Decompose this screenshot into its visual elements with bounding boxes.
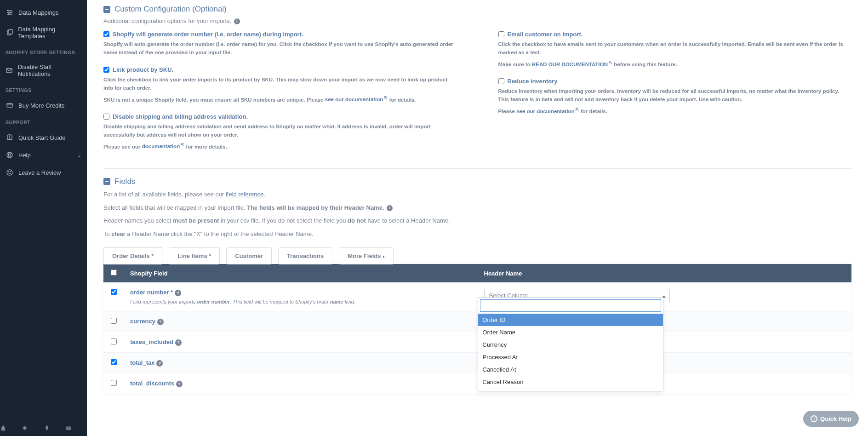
opt-title-text: Reduce inventory	[508, 78, 558, 85]
help-icon[interactable]: ?	[157, 319, 164, 325]
main-content: − Custom Configuration (Optional) Additi…	[87, 0, 868, 436]
section-divider	[103, 168, 851, 169]
sidebar-heading-settings: SETTINGS	[0, 82, 87, 97]
help-icon[interactable]: ?	[175, 290, 181, 296]
opt-desc-text: Please see our documentation⇱ for detail…	[498, 106, 852, 115]
field-row-checkbox[interactable]	[111, 289, 117, 295]
life-ring-icon	[6, 151, 14, 159]
custom-config-title-text: Custom Configuration (Optional)	[114, 5, 227, 14]
dropdown-item[interactable]: Currency	[478, 338, 663, 351]
see-documentation-link[interactable]: see our documentation⇱	[516, 109, 579, 114]
svg-point-5	[9, 14, 10, 15]
sidebar-heading-support: SUPPORT	[0, 114, 87, 129]
tab-customer[interactable]: Customer	[226, 247, 272, 264]
opt-desc-text: Click the checkbox to link your order im…	[103, 75, 457, 92]
sidebar-item-label: Data Mapping Templates	[18, 26, 81, 40]
opt-title-text: Email customer on import.	[508, 31, 583, 38]
col-shopify-field: Shopify Field	[124, 264, 478, 282]
help-icon[interactable]: ?	[156, 360, 163, 367]
dropdown-list[interactable]: Order ID Order Name Currency Processed A…	[478, 314, 663, 391]
field-name: currency?	[130, 318, 164, 325]
config-left-column: Shopify will generate order number (i.e.…	[103, 31, 457, 160]
fields-title-text: Fields	[114, 177, 135, 186]
help-icon[interactable]: ?	[175, 339, 182, 346]
collapse-icon[interactable]: −	[103, 6, 110, 13]
field-name: taxes_included?	[130, 338, 182, 345]
footer-star-icon[interactable]	[22, 420, 43, 436]
svg-point-18	[7, 170, 12, 175]
svg-point-19	[9, 172, 9, 172]
help-icon[interactable]: ?	[176, 381, 183, 387]
field-name: total_tax?	[130, 359, 163, 366]
opt-disable-address-checkbox[interactable]	[103, 114, 109, 120]
info-icon[interactable]: i	[234, 18, 240, 24]
fields-table: Shopify Field Header Name order number *…	[103, 264, 851, 394]
sidebar-item-data-mappings[interactable]: Data Mappings	[0, 4, 87, 21]
opt-disable-address-validation: Disable shipping and billing address val…	[103, 113, 457, 151]
copy-icon	[6, 29, 13, 37]
sidebar-item-label: Data Mappings	[18, 9, 58, 16]
read-documentation-link[interactable]: READ OUR DOCUMENTATION⇱	[532, 62, 612, 67]
see-documentation-link[interactable]: see our documentation⇱	[325, 97, 388, 102]
svg-rect-21	[66, 427, 71, 430]
info-icon[interactable]: i	[387, 205, 393, 211]
sidebar-item-buy-more-credits[interactable]: Buy More Credits	[0, 97, 87, 114]
field-row-checkbox[interactable]	[111, 318, 117, 324]
opt-desc-text: Disable shipping and billing address val…	[103, 122, 457, 139]
fields-title: − Fields	[103, 177, 851, 186]
sidebar-item-label: Buy More Credits	[18, 102, 64, 109]
tab-line-items[interactable]: Line Items *	[169, 247, 220, 264]
opt-desc-text: Reduce inventory when importing your ord…	[498, 87, 852, 104]
quick-help-button[interactable]: i Quick Help	[803, 411, 859, 427]
dropdown-item[interactable]: Cancelled At	[478, 363, 663, 376]
tabs: Order Details * Line Items * Customer Tr…	[103, 247, 851, 264]
sidebar-item-data-mapping-templates[interactable]: Data Mapping Templates	[0, 21, 87, 44]
svg-point-3	[8, 10, 9, 11]
header-dropdown: Order ID Order Name Currency Processed A…	[478, 297, 663, 391]
svg-rect-9	[7, 103, 12, 107]
sidebar-item-label: Help	[18, 152, 31, 159]
opt-generate-order-number-checkbox[interactable]	[103, 31, 109, 37]
fields-help-line: To clear a Header Name click the "X" to …	[103, 229, 851, 239]
documentation-link[interactable]: documentation⇱	[142, 143, 184, 149]
fields-help-line: Select all fields that will be mapped in…	[103, 203, 851, 213]
external-link-icon: ⇱	[576, 107, 579, 112]
field-row-checkbox[interactable]	[111, 359, 117, 365]
footer-rocket-icon[interactable]	[44, 420, 65, 436]
footer-envelope-icon[interactable]	[65, 420, 87, 436]
dropdown-search-input[interactable]	[480, 299, 661, 312]
opt-generate-order-number: Shopify will generate order number (i.e.…	[103, 31, 457, 57]
field-reference-link[interactable]: field reference	[226, 191, 263, 198]
opt-title-text: Link product by SKU.	[113, 66, 173, 73]
field-row-checkbox[interactable]	[111, 338, 117, 344]
dropdown-item[interactable]: Order ID	[478, 314, 663, 326]
dropdown-item[interactable]: Taxes Included	[478, 388, 663, 391]
sliders-icon	[6, 8, 14, 17]
footer-bag-icon[interactable]	[0, 420, 22, 436]
tab-order-details[interactable]: Order Details *	[103, 247, 162, 264]
opt-reduce-inventory-checkbox[interactable]	[498, 78, 504, 84]
tab-more-fields[interactable]: More Fields▾	[339, 247, 394, 264]
sidebar-heading-store: SHOPIFY STORE SETTINGS	[0, 44, 87, 59]
opt-title-text: Disable shipping and billing address val…	[113, 113, 248, 120]
select-all-checkbox[interactable]	[111, 270, 117, 275]
opt-link-sku-checkbox[interactable]	[103, 67, 109, 73]
svg-rect-7	[9, 29, 12, 34]
sidebar-item-label: Quick Start Guide	[18, 134, 66, 141]
dropdown-item[interactable]: Processed At	[478, 351, 663, 363]
sidebar-footer	[0, 420, 87, 436]
sidebar-item-help[interactable]: Help ⌄	[0, 146, 87, 164]
dropdown-item[interactable]: Cancel Reason	[478, 376, 663, 388]
sidebar-item-disable-staff-notifications[interactable]: Disable Staff Notifications	[0, 59, 87, 82]
sidebar-item-quick-start-guide[interactable]: Quick Start Guide	[0, 129, 87, 146]
field-row-checkbox[interactable]	[111, 380, 117, 386]
sidebar-item-leave-a-review[interactable]: Leave a Review	[0, 164, 87, 181]
dropdown-item[interactable]: Order Name	[478, 326, 663, 338]
collapse-icon[interactable]: −	[103, 178, 110, 185]
col-header-name: Header Name	[478, 264, 852, 282]
tab-transactions[interactable]: Transactions	[278, 247, 332, 264]
opt-email-customer: Email customer on import. Click the chec…	[498, 31, 852, 69]
opt-email-customer-checkbox[interactable]	[498, 31, 504, 37]
sidebar-item-label: Leave a Review	[18, 169, 61, 176]
fields-help-line: Header names you select must be present …	[103, 216, 851, 226]
